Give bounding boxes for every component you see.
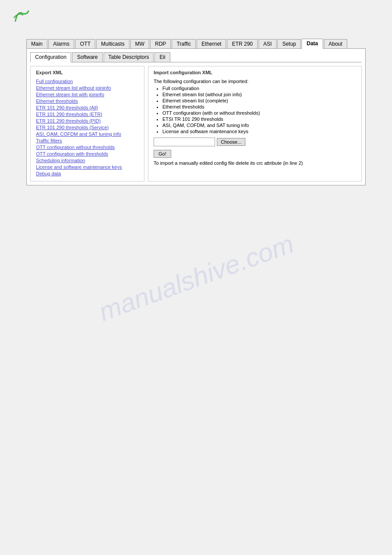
nav-tab-setup[interactable]: Setup [277, 39, 301, 48]
import-list-item: Ethernet stream list (complete) [162, 98, 356, 103]
watermark: manualshive.com [94, 228, 297, 327]
import-list-item: Full configuration [162, 86, 356, 91]
go-button[interactable]: Go! [154, 150, 171, 158]
import-note: To import a manually edited config file … [154, 160, 356, 166]
export-link[interactable]: Ethernet stream list with joininfo [36, 92, 139, 97]
export-link[interactable]: ETR 101 290 thresholds (PID) [36, 118, 139, 123]
choose-button[interactable]: Choose... [217, 138, 245, 146]
import-list-item: OTT configuration (with or without thres… [162, 110, 356, 116]
two-col-layout: Export XML Full configurationEthernet st… [30, 66, 362, 181]
export-link[interactable]: OTT configuration with thresholds [36, 151, 139, 156]
sub-tab-eii[interactable]: Eii [155, 52, 170, 62]
import-list-item: ASI, QAM, COFDM, and SAT tuning info [162, 123, 356, 128]
import-list-item: ETSI TR 101 290 thresholds [162, 116, 356, 122]
nav-tab-alarms[interactable]: Alarms [48, 39, 74, 48]
sub-tabs: ConfigurationSoftwareTable DescriptorsEi… [30, 52, 362, 62]
file-input-row: Choose... [154, 138, 356, 146]
nav-tab-about[interactable]: About [324, 39, 347, 48]
file-text-input[interactable] [154, 138, 215, 146]
export-links-list: Full configurationEthernet stream list w… [36, 79, 139, 176]
import-xml-title: Import configuration XML [154, 70, 356, 75]
main-container: MainAlarmsOTTMulticastsMWRDPTrafficEther… [0, 39, 392, 185]
nav-tab-rdp[interactable]: RDP [150, 39, 171, 48]
export-link[interactable]: OTT configuration without thresholds [36, 145, 139, 150]
export-link[interactable]: ETR 101 290 thresholds (ETR) [36, 112, 139, 117]
sub-tab-software[interactable]: Software [72, 52, 102, 62]
export-xml-title: Export XML [36, 70, 139, 75]
export-xml-box: Export XML Full configurationEthernet st… [30, 66, 144, 181]
import-list-item: Ethernet stream list (without join info) [162, 92, 356, 97]
sub-tab-table-descriptors[interactable]: Table Descriptors [104, 52, 154, 62]
export-link[interactable]: Traffic filters [36, 138, 139, 143]
import-items-list: Full configurationEthernet stream list (… [162, 86, 356, 134]
import-list-item: License and software maintenance keys [162, 129, 356, 134]
nav-tabs-top: MainAlarmsOTTMulticastsMWRDPTrafficEther… [26, 39, 366, 49]
sub-tab-configuration[interactable]: Configuration [30, 52, 71, 62]
nav-tab-data[interactable]: Data [302, 39, 323, 49]
export-link[interactable]: Ethernet stream list without joininfo [36, 85, 139, 91]
export-link[interactable]: Ethernet thresholds [36, 98, 139, 104]
export-link[interactable]: ETR 101 290 thresholds (Service) [36, 125, 139, 130]
export-link[interactable]: ASI, QAM, COFDM and SAT tuning info [36, 131, 139, 137]
nav-tab-traffic[interactable]: Traffic [172, 39, 196, 48]
nav-tab-multicasts[interactable]: Multicasts [96, 39, 129, 48]
export-link[interactable]: License and software maintenance keys [36, 164, 139, 170]
logo-area [0, 0, 392, 34]
nav-tab-ott[interactable]: OTT [75, 39, 95, 48]
nav-tab-ethernet[interactable]: Ethernet [197, 39, 226, 48]
nav-tab-mw[interactable]: MW [130, 39, 149, 48]
brand-logo-icon [13, 9, 31, 24]
export-link[interactable]: ETR 101 290 thresholds (All) [36, 105, 139, 110]
content-panel: ConfigurationSoftwareTable DescriptorsEi… [26, 49, 366, 185]
nav-tab-asi[interactable]: ASI [259, 39, 277, 48]
export-link[interactable]: Scheduling information [36, 158, 139, 163]
export-link[interactable]: Full configuration [36, 79, 139, 84]
import-intro: The following configuration can be impor… [154, 79, 356, 84]
import-xml-box: Import configuration XML The following c… [148, 66, 362, 181]
export-link[interactable]: Debug data [36, 171, 139, 176]
nav-tab-main[interactable]: Main [26, 39, 47, 48]
import-list-item: Ethernet thresholds [162, 104, 356, 109]
nav-tab-etr-290[interactable]: ETR 290 [227, 39, 257, 48]
